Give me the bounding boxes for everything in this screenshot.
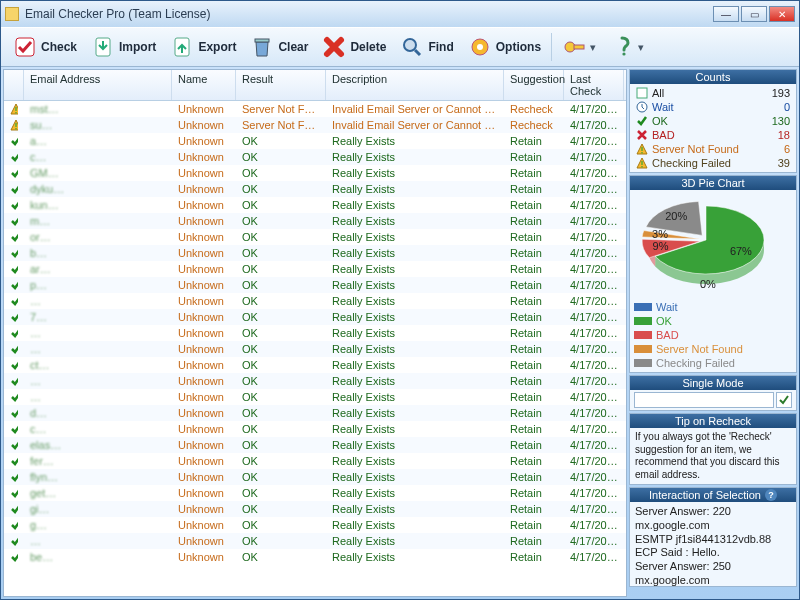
col-email[interactable]: Email Address <box>24 70 172 100</box>
col-status[interactable] <box>4 70 24 100</box>
svg-rect-3 <box>255 39 269 42</box>
table-row[interactable]: m…UnknownOKReally ExistsRetain4/17/2012 <box>4 213 626 229</box>
table-row[interactable]: …UnknownOKReally ExistsRetain4/17/2012 <box>4 325 626 341</box>
svg-rect-10 <box>15 107 16 111</box>
maximize-button[interactable]: ▭ <box>741 6 767 22</box>
cell-result: Server Not Found <box>236 118 326 132</box>
cell-date: 4/17/2012 <box>564 150 624 164</box>
results-table[interactable]: Email Address Name Result Description Su… <box>3 69 627 597</box>
options-button[interactable]: Options <box>462 33 547 61</box>
table-row[interactable]: dyku…UnknownOKReally ExistsRetain4/17/20… <box>4 181 626 197</box>
import-button[interactable]: Import <box>85 33 162 61</box>
table-row[interactable]: kun…UnknownOKReally ExistsRetain4/17/201… <box>4 197 626 213</box>
delete-button[interactable]: Delete <box>316 33 392 61</box>
table-row[interactable]: …UnknownOKReally ExistsRetain4/17/2012 <box>4 293 626 309</box>
cell-date: 4/17/2012 <box>564 118 624 132</box>
table-row[interactable]: elas…UnknownOKReally ExistsRetain4/17/20… <box>4 437 626 453</box>
table-row[interactable]: su…UnknownServer Not FoundInvalid Email … <box>4 117 626 133</box>
cell-suggestion: Recheck <box>504 102 564 116</box>
table-row[interactable]: d…UnknownOKReally ExistsRetain4/17/2012 <box>4 405 626 421</box>
count-row[interactable]: OK130 <box>636 114 790 128</box>
key-button[interactable]: ▾ <box>556 33 602 61</box>
col-suggestion[interactable]: Suggestion <box>504 70 564 100</box>
warning-icon <box>4 118 24 132</box>
export-button[interactable]: Export <box>164 33 242 61</box>
table-row[interactable]: …UnknownOKReally ExistsRetain4/17/2012 <box>4 389 626 405</box>
table-row[interactable]: c…UnknownOKReally ExistsRetain4/17/2012 <box>4 149 626 165</box>
cell-name: Unknown <box>172 326 236 340</box>
table-row[interactable]: or…UnknownOKReally ExistsRetain4/17/2012 <box>4 229 626 245</box>
table-row[interactable]: ar…UnknownOKReally ExistsRetain4/17/2012 <box>4 261 626 277</box>
cell-name: Unknown <box>172 310 236 324</box>
count-row[interactable]: BAD18 <box>636 128 790 142</box>
table-row[interactable]: flyn…UnknownOKReally ExistsRetain4/17/20… <box>4 469 626 485</box>
singlemode-go-button[interactable] <box>776 392 792 408</box>
singlemode-input[interactable] <box>634 392 774 408</box>
cell-description: Really Exists <box>326 454 504 468</box>
col-description[interactable]: Description <box>326 70 504 100</box>
interaction-log: Server Answer: 220 mx.google.comESMTP jf… <box>630 502 796 586</box>
table-row[interactable]: be…UnknownOKReally ExistsRetain4/17/2012 <box>4 549 626 565</box>
cell-date: 4/17/2012 <box>564 230 624 244</box>
clear-button[interactable]: Clear <box>244 33 314 61</box>
cell-description: Invalid Email Server or Cannot Connect t… <box>326 102 504 116</box>
table-row[interactable]: …UnknownOKReally ExistsRetain4/17/2012 <box>4 533 626 549</box>
count-row[interactable]: Wait0 <box>636 100 790 114</box>
table-body[interactable]: mst…UnknownServer Not FoundInvalid Email… <box>4 101 626 596</box>
cell-description: Really Exists <box>326 470 504 484</box>
check-button[interactable]: Check <box>7 33 83 61</box>
col-name[interactable]: Name <box>172 70 236 100</box>
ok-icon <box>4 454 24 468</box>
ok-icon <box>4 518 24 532</box>
table-row[interactable]: mst…UnknownServer Not FoundInvalid Email… <box>4 101 626 117</box>
col-result[interactable]: Result <box>236 70 326 100</box>
cell-name: Unknown <box>172 102 236 116</box>
count-value: 39 <box>766 157 790 169</box>
cell-description: Really Exists <box>326 342 504 356</box>
cell-description: Really Exists <box>326 534 504 548</box>
table-row[interactable]: gi…UnknownOKReally ExistsRetain4/17/2012 <box>4 501 626 517</box>
table-row[interactable]: ct…UnknownOKReally ExistsRetain4/17/2012 <box>4 357 626 373</box>
table-header[interactable]: Email Address Name Result Description Su… <box>4 70 626 101</box>
table-row[interactable]: a…UnknownOKReally ExistsRetain4/17/2012 <box>4 133 626 149</box>
help-button[interactable]: ▾ <box>604 33 650 61</box>
table-row[interactable]: GM…UnknownOKReally ExistsRetain4/17/2012 <box>4 165 626 181</box>
find-button[interactable]: Find <box>394 33 459 61</box>
cell-name: Unknown <box>172 182 236 196</box>
search-icon <box>400 35 424 59</box>
minimize-button[interactable]: ― <box>713 6 739 22</box>
help-icon[interactable]: ? <box>765 489 777 501</box>
cell-email: 7… <box>24 310 172 324</box>
table-row[interactable]: p…UnknownOKReally ExistsRetain4/17/2012 <box>4 277 626 293</box>
count-row[interactable]: Checking Failed39 <box>636 156 790 170</box>
close-button[interactable]: ✕ <box>769 6 795 22</box>
table-row[interactable]: g…UnknownOKReally ExistsRetain4/17/2012 <box>4 517 626 533</box>
table-row[interactable]: …UnknownOKReally ExistsRetain4/17/2012 <box>4 373 626 389</box>
ok-icon <box>4 310 24 324</box>
table-row[interactable]: b…UnknownOKReally ExistsRetain4/17/2012 <box>4 245 626 261</box>
ok-icon <box>4 534 24 548</box>
count-row[interactable]: All193 <box>636 86 790 100</box>
table-row[interactable]: c…UnknownOKReally ExistsRetain4/17/2012 <box>4 421 626 437</box>
cell-suggestion: Retain <box>504 150 564 164</box>
window-title: Email Checker Pro (Team License) <box>25 7 713 21</box>
table-row[interactable]: fer…UnknownOKReally ExistsRetain4/17/201… <box>4 453 626 469</box>
log-line: ECP Said : Hello. <box>635 546 791 560</box>
ok-icon <box>4 198 24 212</box>
count-label: Wait <box>652 101 762 113</box>
count-row[interactable]: Server Not Found6 <box>636 142 790 156</box>
svg-rect-18 <box>641 161 642 165</box>
count-value: 18 <box>766 129 790 141</box>
col-lastcheck[interactable]: Last Check <box>564 70 624 100</box>
cell-date: 4/17/2012 <box>564 390 624 404</box>
svg-text:9%: 9% <box>653 240 669 252</box>
table-row[interactable]: 7…UnknownOKReally ExistsRetain4/17/2012 <box>4 309 626 325</box>
cell-email: a… <box>24 134 172 148</box>
cell-suggestion: Retain <box>504 390 564 404</box>
cell-email: m… <box>24 214 172 228</box>
titlebar[interactable]: Email Checker Pro (Team License) ― ▭ ✕ <box>1 1 799 27</box>
table-row[interactable]: get…UnknownOKReally ExistsRetain4/17/201… <box>4 485 626 501</box>
cell-suggestion: Retain <box>504 166 564 180</box>
cell-result: OK <box>236 550 326 564</box>
table-row[interactable]: …UnknownOKReally ExistsRetain4/17/2012 <box>4 341 626 357</box>
